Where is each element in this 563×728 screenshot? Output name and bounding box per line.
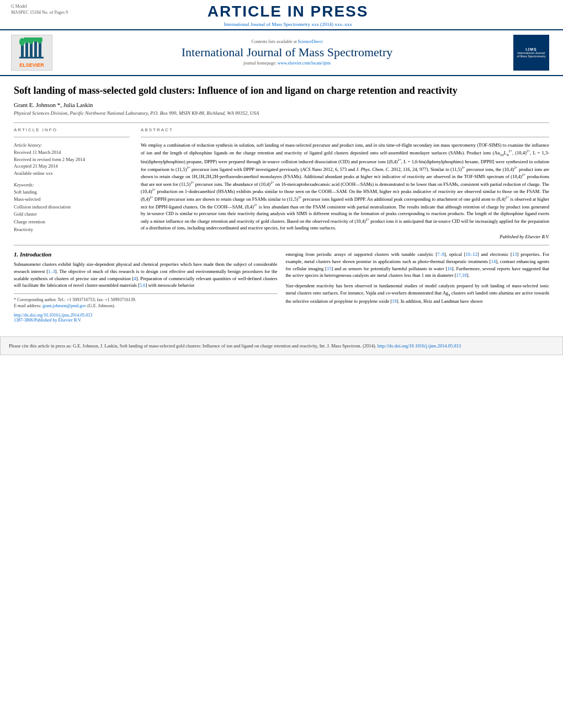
intro-section-title: 1. Introduction — [14, 251, 278, 258]
g-model-label: G Model — [11, 3, 68, 9]
journal-url[interactable]: www.elsevier.com/locate/ijms — [278, 61, 331, 66]
keywords-list: Soft landing Mass-selected Collision ind… — [14, 189, 130, 234]
intro-para-2: emerging from periodic arrays of support… — [286, 251, 550, 279]
kw-3: Collision induced dissociation — [14, 204, 130, 211]
journal-info-center: Contents lists available at ScienceDirec… — [61, 39, 513, 66]
main-col-right: emerging from periodic arrays of support… — [286, 251, 550, 322]
received-date: Received 11 March 2014 — [14, 149, 130, 156]
abstract-text: We employ a combination of reduction syn… — [141, 142, 549, 232]
main-col-left: 1. Introduction Subnanometer clusters ex… — [14, 251, 278, 322]
doi-block: http://dx.doi.org/10.1016/j.ijms.2014.05… — [14, 313, 278, 323]
corresponding-note: * Corresponding author. Tel.: +1 5093716… — [14, 297, 278, 303]
elsevier-tree-svg — [18, 38, 46, 61]
aip-banner-center: ARTICLE IN PRESS International Journal o… — [73, 3, 502, 27]
elsevier-wordmark: ELSEVIER — [19, 62, 44, 68]
history-label: Article history: — [14, 142, 130, 149]
article-history: Article history: Received 11 March 2014 … — [14, 142, 130, 177]
elsevier-logo-block: ELSEVIER — [11, 35, 55, 71]
svg-rect-4 — [39, 41, 41, 57]
sciencedirect-link[interactable]: ScienceDirect — [298, 39, 323, 44]
page: G Model MASPEC 15184 No. of Pages 9 ARTI… — [0, 0, 563, 728]
article-info-header: ARTICLE INFO — [14, 127, 130, 132]
email-note: E-mail address: grant.johnson@pnnl.gov (… — [14, 303, 278, 309]
elsevier-tree-logo: ELSEVIER — [11, 35, 52, 71]
citation-box: Please cite this article in press as: G.… — [0, 336, 563, 356]
author-names: Grant E. Johnson *, Julia Laskin — [14, 101, 93, 108]
revised-date: Received in revised form 2 May 2014 — [14, 156, 130, 163]
kw-1: Soft landing — [14, 189, 130, 196]
journal-ref: International Journal of Mass Spectromet… — [73, 22, 502, 27]
journal-title: International Journal of Mass Spectromet… — [61, 45, 513, 60]
article-title: Soft landing of mass-selected gold clust… — [14, 84, 549, 97]
svg-rect-10 — [19, 57, 44, 58]
issn-line: 1387-3806/Published by Elsevier B.V. — [14, 318, 278, 323]
ijms-logo-block: IJMS International Journalof Mass Spectr… — [513, 35, 552, 71]
available-date: Available online xxx — [14, 170, 130, 177]
svg-rect-2 — [30, 42, 33, 57]
article-in-press-title: ARTICLE IN PRESS — [73, 3, 502, 20]
published-line: Published by Elsevier B.V. — [141, 234, 549, 239]
intro-para-1: Subnanometer clusters exhibit highly siz… — [14, 261, 278, 289]
maspec-label: MASPEC 15184 No. of Pages 9 — [11, 9, 68, 15]
journal-masthead: ELSEVIER Contents lists available at Sci… — [0, 30, 563, 76]
kw-4: Gold cluster — [14, 211, 130, 218]
citation-doi-link[interactable]: http://dx.doi.org/10.1016/j.ijms.2014.05… — [378, 343, 461, 349]
intro-para-3: Size-dependent reactivity has been obser… — [286, 282, 550, 305]
accepted-date: Accepted 21 May 2014 — [14, 163, 130, 170]
article-body: Soft landing of mass-selected gold clust… — [0, 76, 563, 331]
svg-point-9 — [37, 38, 43, 44]
abstract-header: ABSTRACT — [141, 127, 549, 132]
abstract-col: ABSTRACT We employ a combination of redu… — [141, 127, 549, 239]
ijms-logo: IJMS International Journalof Mass Spectr… — [513, 35, 549, 71]
journal-homepage: journal homepage: www.elsevier.com/locat… — [61, 61, 513, 66]
ijms-abbr: IJMS — [525, 47, 537, 51]
info-divider — [14, 137, 130, 137]
kw-6: Reactivity — [14, 226, 130, 234]
kw-2: Mass-selected — [14, 196, 130, 204]
ijms-full-name: International Journalof Mass Spectrometr… — [517, 51, 545, 58]
divider-2 — [14, 245, 549, 245]
keywords-block: Keywords: Soft landing Mass-selected Col… — [14, 181, 130, 233]
doi-link[interactable]: http://dx.doi.org/10.1016/j.ijms.2014.05… — [14, 313, 278, 318]
email-link[interactable]: grant.johnson@pnnl.gov — [43, 303, 86, 308]
affiliation: Physical Sciences Division, Pacific Nort… — [14, 110, 549, 116]
article-info-col: ARTICLE INFO Article history: Received 1… — [14, 127, 130, 239]
article-header: G Model MASPEC 15184 No. of Pages 9 ARTI… — [0, 0, 563, 30]
footnotes-block: * Corresponding author. Tel.: +1 5093716… — [14, 293, 278, 309]
kw-5: Charge retention — [14, 218, 130, 226]
citation-text: Please cite this article in press as: G.… — [9, 343, 376, 349]
contents-line: Contents lists available at ScienceDirec… — [61, 39, 513, 44]
main-content-cols: 1. Introduction Subnanometer clusters ex… — [14, 251, 549, 322]
divider-1 — [14, 122, 549, 123]
keywords-label: Keywords: — [14, 181, 130, 189]
model-info: G Model MASPEC 15184 No. of Pages 9 — [11, 3, 68, 15]
info-abstract-cols: ARTICLE INFO Article history: Received 1… — [14, 127, 549, 239]
authors-line: Grant E. Johnson *, Julia Laskin — [14, 101, 549, 108]
abstract-divider — [141, 137, 549, 137]
